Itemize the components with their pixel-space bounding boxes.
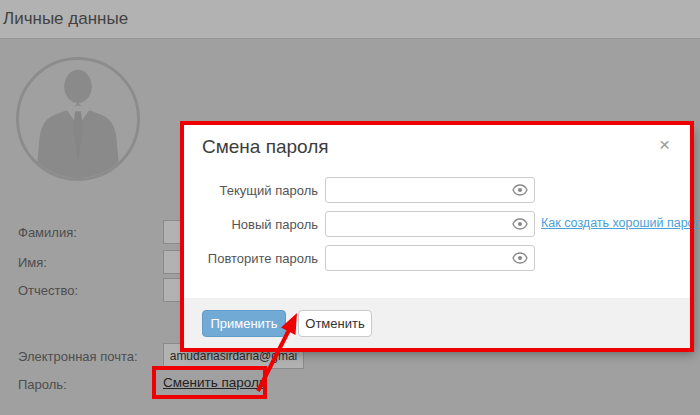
new-password-label: Новый пароль xyxy=(184,217,325,232)
current-password-row: Текущий пароль xyxy=(184,177,535,203)
eye-icon[interactable] xyxy=(512,184,528,196)
repeat-password-label: Повторите пароль xyxy=(184,251,325,266)
cancel-button[interactable]: Отменить xyxy=(298,310,372,337)
current-password-label: Текущий пароль xyxy=(184,183,325,198)
new-password-input[interactable] xyxy=(325,211,535,237)
eye-icon[interactable] xyxy=(512,252,528,264)
modal-title: Смена пароля xyxy=(202,136,329,158)
current-password-input[interactable] xyxy=(325,177,535,203)
change-password-modal: Смена пароля × Текущий пароль Новый паро… xyxy=(184,125,690,348)
screenshot-stage: Личные данные Фамилия: Имя: Отчество: Эл… xyxy=(0,0,700,415)
eye-icon[interactable] xyxy=(512,218,528,230)
repeat-password-wrap xyxy=(325,245,535,271)
apply-button[interactable]: Применить xyxy=(202,310,286,337)
current-password-wrap xyxy=(325,177,535,203)
modal-footer: Применить Отменить xyxy=(184,298,690,348)
repeat-password-row: Повторите пароль xyxy=(184,245,535,271)
good-password-help-link[interactable]: Как создать хороший пароль xyxy=(541,216,700,230)
close-icon[interactable]: × xyxy=(659,135,670,154)
new-password-wrap xyxy=(325,211,535,237)
new-password-row: Новый пароль xyxy=(184,211,535,237)
repeat-password-input[interactable] xyxy=(325,245,535,271)
